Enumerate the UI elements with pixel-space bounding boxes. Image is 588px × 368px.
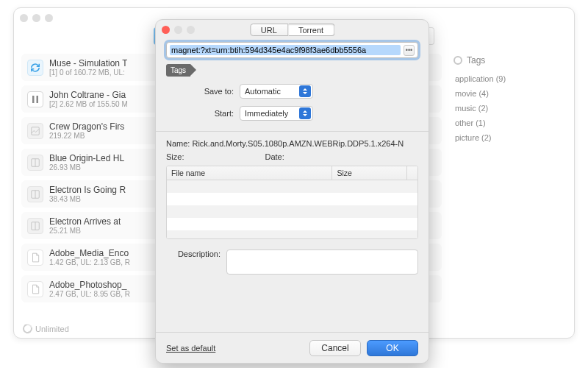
tag-circle-icon [453, 56, 462, 65]
column-spacer [407, 166, 417, 180]
size-label: Size: [166, 152, 184, 161]
download-sub: 2.47 GB, UL: 8.95 GB, R [49, 290, 130, 298]
download-sub: [1] 0 of 160.72 MB, UL: [49, 68, 127, 77]
svg-rect-1 [37, 96, 39, 103]
tag-item[interactable]: picture (2) [453, 130, 567, 145]
mode-segmented-control: URL Torrent [250, 24, 334, 36]
svg-rect-0 [32, 96, 35, 103]
status-text: Unlimited [35, 325, 69, 333]
tab-torrent[interactable]: Torrent [288, 24, 334, 36]
archive-file-icon [27, 218, 43, 234]
tags-chip[interactable]: Tags [166, 64, 418, 77]
file-list-table: File name Size [166, 166, 418, 239]
document-file-icon [27, 250, 43, 266]
download-title: Blue Origin-Led HL [49, 153, 124, 163]
download-title: Muse - Simulation T [49, 58, 127, 68]
download-sub: 1.42 GB, UL: 2.13 GB, R [49, 258, 130, 266]
download-title: Adobe_Photoshop_ [49, 280, 130, 290]
description-label: Description: [166, 250, 226, 258]
description-input[interactable] [226, 250, 418, 275]
pause-icon [27, 91, 43, 107]
file-list-body [167, 180, 417, 239]
download-sub: 38.43 MB [49, 195, 126, 203]
archive-file-icon [27, 155, 43, 171]
download-title: Crew Dragon's Firs [49, 121, 124, 132]
ok-button[interactable]: OK [367, 340, 418, 356]
download-title: Electron Is Going R [49, 185, 126, 195]
table-row [167, 230, 417, 239]
date-label: Date: [265, 152, 284, 161]
tags-heading: Tags [453, 55, 567, 66]
tags-chip-label: Tags [166, 64, 190, 77]
set-as-default-link[interactable]: Set as default [166, 344, 215, 353]
dialog-footer: Set as default Cancel OK [156, 332, 429, 363]
column-size[interactable]: Size [332, 166, 407, 180]
start-label: Start: [166, 109, 240, 118]
start-value: Immediately [245, 109, 288, 118]
name-value: Rick.and.Morty.S05.1080p.AMZN.WEBRip.DDP… [192, 139, 404, 148]
tag-item[interactable]: application (9) [453, 71, 567, 86]
chevron-updown-icon [299, 85, 311, 97]
download-sub: 25.21 MB [49, 227, 121, 235]
maximize-icon [187, 26, 195, 34]
archive-file-icon [27, 186, 43, 202]
chevron-updown-icon [299, 107, 311, 119]
image-file-icon [27, 123, 43, 139]
download-title: Electron Arrives at [49, 216, 121, 227]
url-input-value: magnet:?xt=urn:btih:594d345e4ac9f98f3ae6… [170, 45, 401, 55]
dialog-titlebar: URL Torrent [156, 20, 429, 39]
tags-sidebar: Tags application (9) movie (4) music (2)… [448, 49, 574, 336]
url-input[interactable]: magnet:?xt=urn:btih:594d345e4ac9f98f3ae6… [166, 42, 418, 58]
download-sub: 26.93 MB [49, 163, 124, 171]
close-icon[interactable] [20, 14, 28, 22]
more-options-button[interactable]: ••• [404, 45, 415, 56]
add-download-dialog: URL Torrent magnet:?xt=urn:btih:594d345e… [155, 19, 429, 364]
download-title: John Coltrane - Gia [49, 90, 128, 100]
tag-item[interactable]: other (1) [453, 116, 567, 130]
close-icon[interactable] [162, 26, 170, 34]
tag-item[interactable]: movie (4) [453, 86, 567, 101]
table-row [167, 193, 417, 205]
save-to-label: Save to: [166, 87, 240, 96]
download-sub: [2] 2.62 MB of 155.50 M [49, 100, 128, 108]
download-sub: 219.22 MB [49, 132, 124, 140]
status-bar: Unlimited [23, 324, 69, 333]
tags-heading-label: Tags [467, 55, 485, 66]
table-row [167, 218, 417, 230]
minimize-icon[interactable] [32, 14, 40, 22]
dialog-traffic-lights [162, 26, 195, 34]
refresh-icon [27, 60, 43, 76]
name-label: Name: [166, 139, 190, 148]
svg-rect-2 [32, 127, 40, 135]
tab-url[interactable]: URL [250, 24, 288, 36]
save-to-value: Automatic [245, 87, 281, 96]
torrent-name-row: Name: Rick.and.Morty.S05.1080p.AMZN.WEBR… [166, 139, 418, 148]
table-row [167, 180, 417, 193]
tag-item[interactable]: music (2) [453, 101, 567, 116]
download-title: Adobe_Media_Enco [49, 248, 130, 258]
maximize-icon[interactable] [45, 14, 53, 22]
table-row [167, 205, 417, 218]
minimize-icon [174, 26, 182, 34]
save-to-select[interactable]: Automatic [240, 84, 313, 99]
document-file-icon [27, 281, 43, 297]
divider [156, 131, 429, 132]
start-select[interactable]: Immediately [240, 106, 313, 121]
column-file-name[interactable]: File name [167, 166, 332, 180]
speed-gauge-icon [21, 322, 35, 336]
traffic-lights [20, 14, 53, 22]
cancel-button[interactable]: Cancel [309, 340, 361, 356]
